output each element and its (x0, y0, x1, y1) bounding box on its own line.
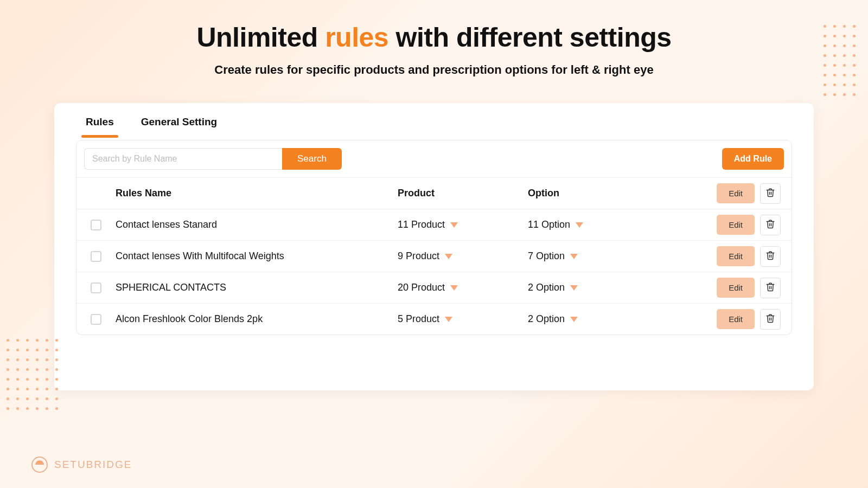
trash-icon (765, 282, 775, 293)
product-count: 5 Product (398, 313, 439, 325)
rule-name: Contact lenses Stanard (116, 219, 398, 230)
rule-name: Alcon Freshlook Color Blends 2pk (116, 313, 398, 325)
option-count: 2 Option (528, 282, 565, 293)
chevron-down-icon[interactable] (445, 254, 452, 259)
trash-icon (765, 188, 775, 199)
chevron-down-icon[interactable] (576, 222, 583, 228)
col-option: Option (528, 188, 647, 199)
brand-logo-icon (31, 457, 48, 473)
tab-general-setting[interactable]: General Setting (141, 116, 217, 137)
page-subtitle: Create rules for specific products and p… (0, 63, 868, 77)
col-product: Product (398, 188, 528, 199)
option-count: 2 Option (528, 313, 565, 325)
chevron-down-icon[interactable] (570, 317, 578, 322)
product-count: 9 Product (398, 251, 439, 262)
brand-name: SETUBRIDGE (54, 459, 132, 471)
chevron-down-icon[interactable] (450, 285, 458, 291)
table-row: Contact lenses Stanard 11 Product 11 Opt… (76, 209, 792, 240)
edit-button[interactable]: Edit (717, 278, 755, 298)
chevron-down-icon[interactable] (445, 317, 452, 322)
hero: Unlimited rules with different settings … (0, 0, 868, 77)
delete-button[interactable] (760, 309, 781, 330)
dots-decoration-top-right (824, 25, 857, 98)
delete-button[interactable] (760, 215, 781, 235)
product-count: 20 Product (398, 282, 445, 293)
chevron-down-icon[interactable] (450, 222, 458, 228)
option-count: 11 Option (528, 219, 570, 230)
edit-button[interactable]: Edit (717, 183, 755, 203)
trash-icon (765, 219, 775, 230)
trash-icon (765, 251, 775, 262)
title-pre: Unlimited (196, 22, 325, 53)
delete-button[interactable] (760, 246, 781, 267)
table-header: Rules Name Product Option Edit (76, 177, 792, 209)
dots-decoration-bottom-left (7, 339, 60, 412)
table-row: Contact lenses With Multifocal Weights 9… (76, 240, 792, 272)
add-rule-button[interactable]: Add Rule (722, 148, 784, 170)
rule-name: Contact lenses With Multifocal Weights (116, 251, 398, 262)
title-post: with different settings (388, 22, 671, 53)
footer-brand: SETUBRIDGE (31, 457, 132, 473)
table-row: Alcon Freshlook Color Blends 2pk 5 Produ… (76, 303, 792, 335)
row-checkbox[interactable] (91, 220, 101, 230)
rules-panel: Search Add Rule Rules Name Product Optio… (76, 140, 792, 335)
row-checkbox[interactable] (91, 314, 101, 325)
search-input[interactable] (84, 148, 282, 170)
title-accent: rules (325, 22, 388, 53)
edit-button[interactable]: Edit (717, 309, 755, 329)
option-count: 7 Option (528, 251, 565, 262)
trash-icon (765, 313, 775, 325)
chevron-down-icon[interactable] (570, 254, 578, 259)
row-checkbox[interactable] (91, 251, 101, 262)
toolbar: Search Add Rule (76, 140, 792, 177)
search-group: Search (84, 148, 342, 170)
edit-button[interactable]: Edit (717, 215, 755, 235)
tabs: Rules General Setting (54, 103, 814, 137)
chevron-down-icon[interactable] (570, 285, 578, 291)
page-title: Unlimited rules with different settings (0, 22, 868, 53)
rules-table: Rules Name Product Option Edit Contact l… (76, 177, 792, 335)
rule-name: SPHERICAL CONTACTS (116, 282, 398, 293)
tab-rules[interactable]: Rules (86, 116, 114, 137)
col-rules-name: Rules Name (116, 188, 398, 199)
search-button[interactable]: Search (282, 148, 342, 170)
row-checkbox[interactable] (91, 282, 101, 293)
product-count: 11 Product (398, 219, 445, 230)
rules-card: Rules General Setting Search Add Rule Ru… (54, 103, 814, 390)
delete-button[interactable] (760, 183, 781, 204)
edit-button[interactable]: Edit (717, 246, 755, 266)
delete-button[interactable] (760, 278, 781, 298)
table-row: SPHERICAL CONTACTS 20 Product 2 Option E… (76, 272, 792, 303)
